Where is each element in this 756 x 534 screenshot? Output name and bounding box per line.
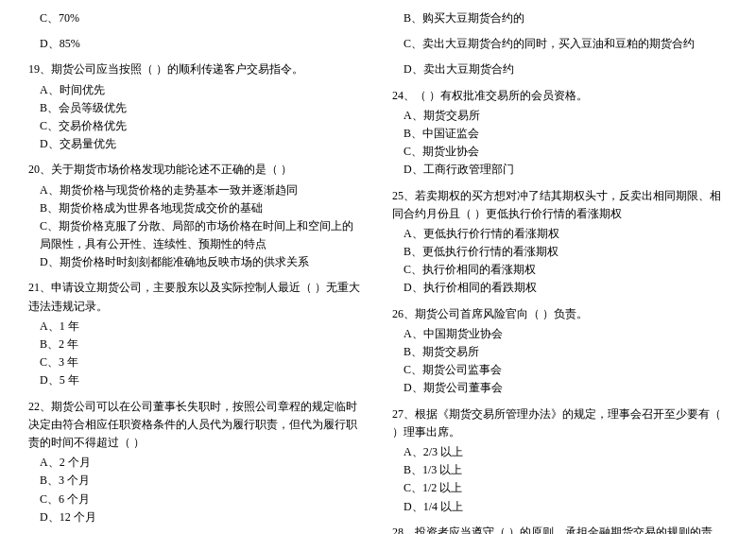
question-title-22: 22、期货公司可以在公司董事长失职时，按照公司章程的规定临时决定由符合相应任职资…	[28, 398, 364, 453]
question-title-24: 24、（ ）有权批准交易所的会员资格。	[392, 87, 728, 105]
q20-option-c: C、期货价格克服了分散、局部的市场价格在时间上和空间上的局限性，具有公开性、连续…	[28, 217, 364, 253]
question-27: 27、根据《期货交易所管理办法》的规定，理事会召开至少要有（ ）理事出席。 A、…	[392, 405, 728, 516]
option-text: B、购买大豆期货合约的	[392, 9, 728, 27]
q24-option-a: A、期货交易所	[392, 107, 728, 125]
question-title-20: 20、关于期货市场价格发现功能论述不正确的是（ ）	[28, 161, 364, 179]
option-d-sell-soy2: D、卖出大豆期货合约	[392, 60, 728, 78]
option-b-buy-soy: B、购买大豆期货合约的	[392, 9, 728, 27]
q27-option-c: C、1/2 以上	[392, 479, 728, 497]
q24-option-d: D、工商行政管理部门	[392, 161, 728, 179]
q24-option-b: B、中国证监会	[392, 125, 728, 143]
q21-option-b: B、2 年	[28, 336, 364, 353]
q27-option-d: D、1/4 以上	[392, 498, 728, 516]
q26-option-a: A、中国期货业协会	[392, 325, 728, 343]
q20-option-b: B、期货价格成为世界各地现货成交价的基础	[28, 199, 364, 217]
q21-option-d: D、5 年	[28, 371, 364, 389]
q22-option-d: D、12 个月	[28, 508, 364, 526]
q27-option-b: B、1/3 以上	[392, 461, 728, 479]
option-c-sell-soy: C、卖出大豆期货合约的同时，买入豆油和豆粕的期货合约	[392, 35, 728, 53]
q19-option-c: C、交易价格优先	[28, 117, 364, 135]
question-title-28: 28、投资者应当遵守（ ）的原则，承担金融期货交易的规则的责任。	[392, 524, 728, 534]
q26-option-b: B、期货交易所	[392, 343, 728, 361]
question-title-19: 19、期货公司应当按照（ ）的顺利传递客户交易指令。	[28, 60, 364, 78]
q19-option-d: D、交易量优先	[28, 135, 364, 153]
question-22: 22、期货公司可以在公司董事长失职时，按照公司章程的规定临时决定由符合相应任职资…	[28, 398, 364, 526]
question-title-26: 26、期货公司首席风险官向（ ）负责。	[392, 305, 728, 323]
question-title-21: 21、申请设立期货公司，主要股东以及实际控制人最近（ ）无重大违法违规记录。	[28, 279, 364, 315]
right-column: B、购买大豆期货合约的 C、卖出大豆期货合约的同时，买入豆油和豆粕的期货合约 D…	[378, 9, 728, 534]
q21-option-a: A、1 年	[28, 318, 364, 336]
page-content: C、70% D、85% 19、期货公司应当按照（ ）的顺利传递客户交易指令。 A…	[28, 9, 728, 534]
question-title-27: 27、根据《期货交易所管理办法》的规定，理事会召开至少要有（ ）理事出席。	[392, 405, 728, 441]
question-24: 24、（ ）有权批准交易所的会员资格。 A、期货交易所 B、中国证监会 C、期货…	[392, 87, 728, 180]
option-c-70: C、70%	[28, 9, 364, 27]
question-26: 26、期货公司首席风险官向（ ）负责。 A、中国期货业协会 B、期货交易所 C、…	[392, 305, 728, 398]
q19-option-a: A、时间优先	[28, 81, 364, 99]
q27-option-a: A、2/3 以上	[392, 443, 728, 461]
q25-option-d: D、执行价相同的看跌期权	[392, 279, 728, 297]
question-19: 19、期货公司应当按照（ ）的顺利传递客户交易指令。 A、时间优先 B、会员等级…	[28, 60, 364, 153]
q26-option-d: D、期货公司董事会	[392, 379, 728, 397]
question-21: 21、申请设立期货公司，主要股东以及实际控制人最近（ ）无重大违法违规记录。 A…	[28, 279, 364, 389]
q25-option-b: B、更低执行价行情的看涨期权	[392, 243, 728, 261]
option-text: D、85%	[28, 35, 364, 53]
left-column: C、70% D、85% 19、期货公司应当按照（ ）的顺利传递客户交易指令。 A…	[28, 9, 378, 534]
q20-option-d: D、期货价格时时刻刻都能准确地反映市场的供求关系	[28, 253, 364, 271]
option-text: D、卖出大豆期货合约	[392, 60, 728, 78]
option-text: C、70%	[28, 9, 364, 27]
question-28: 28、投资者应当遵守（ ）的原则，承担金融期货交易的规则的责任。 A、适当分摊 …	[392, 524, 728, 534]
q19-option-b: B、会员等级优先	[28, 99, 364, 117]
question-20: 20、关于期货市场价格发现功能论述不正确的是（ ） A、期货价格与现货价格的走势…	[28, 161, 364, 271]
q22-option-c: C、6 个月	[28, 491, 364, 508]
q21-option-c: C、3 年	[28, 353, 364, 371]
q22-option-a: A、2 个月	[28, 454, 364, 472]
q24-option-c: C、期货业协会	[392, 143, 728, 161]
option-d-85: D、85%	[28, 35, 364, 53]
question-title-25: 25、若卖期权的买方想对冲了结其期权头寸，反卖出相同期限、相同合约月份且（ ）更…	[392, 187, 728, 223]
q20-option-a: A、期货价格与现货价格的走势基本一致并逐渐趋同	[28, 181, 364, 199]
q22-option-b: B、3 个月	[28, 472, 364, 490]
question-25: 25、若卖期权的买方想对冲了结其期权头寸，反卖出相同期限、相同合约月份且（ ）更…	[392, 187, 728, 298]
q25-option-c: C、执行价相同的看涨期权	[392, 261, 728, 279]
q25-option-a: A、更低执行价行情的看涨期权	[392, 225, 728, 243]
q26-option-c: C、期货公司监事会	[392, 361, 728, 379]
option-text: C、卖出大豆期货合约的同时，买入豆油和豆粕的期货合约	[392, 35, 728, 53]
